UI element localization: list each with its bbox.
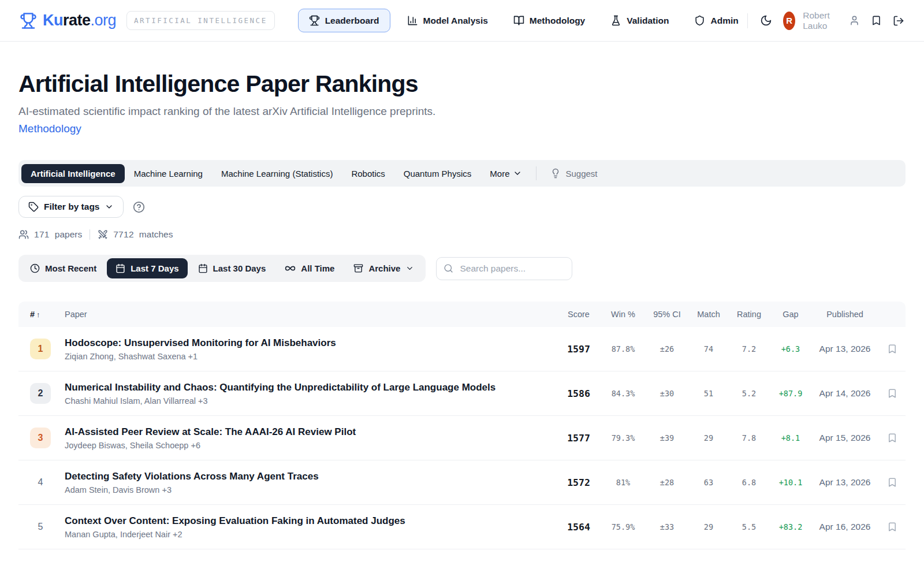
top-navigation-bar: Kurate.org ARTIFICIAL INTELLIGENCE Leade… — [0, 0, 924, 42]
methodology-link[interactable]: Methodology — [18, 122, 81, 135]
tab-robotics[interactable]: Robotics — [342, 164, 394, 183]
match-count-value: 63 — [690, 478, 728, 487]
all-time-label: All Time — [301, 263, 334, 273]
dark-mode-toggle[interactable] — [760, 14, 772, 27]
bookmark-icon — [887, 433, 897, 443]
rating-column-header: Rating — [728, 310, 770, 319]
filter-archive[interactable]: Archive — [345, 258, 423, 278]
nav-model-analysis[interactable]: Model Analysis — [398, 9, 497, 32]
published-date: Apr 13, 2026 — [811, 477, 879, 488]
nav-admin[interactable]: Admin — [685, 9, 747, 32]
bookmark-icon — [871, 15, 882, 26]
tab-machine-learning-statistics[interactable]: Machine Learning (Statistics) — [212, 164, 342, 183]
confidence-interval-value: ±28 — [644, 478, 690, 487]
paper-title[interactable]: AI-Assisted Peer Review at Scale: The AA… — [65, 426, 556, 438]
sort-by-rank-header[interactable]: # ↑ — [30, 310, 65, 319]
bookmarks-button[interactable] — [871, 15, 882, 26]
bookmark-paper-button[interactable] — [879, 344, 906, 354]
table-row[interactable]: 2 Numerical Instability and Chaos: Quant… — [18, 371, 906, 416]
help-button[interactable] — [133, 201, 145, 213]
table-row[interactable]: 3 AI-Assisted Peer Review at Scale: The … — [18, 416, 906, 460]
bookmark-icon — [887, 522, 897, 532]
win-column-header: Win % — [602, 310, 644, 319]
infinity-icon — [285, 263, 296, 274]
suggest-button[interactable]: Suggest — [545, 163, 603, 183]
table-row[interactable]: 1 Hodoscope: Unsupervised Monitoring for… — [18, 327, 906, 371]
time-filter-row: Most Recent Last 7 Days Last 30 Days All… — [18, 255, 906, 282]
paper-title[interactable]: Hodoscope: Unsupervised Monitoring for A… — [65, 337, 556, 350]
gap-value: +6.3 — [770, 344, 811, 354]
paper-authors: Ziqian Zhong, Shashwat Saxena +1 — [65, 352, 556, 361]
bookmark-icon — [887, 344, 897, 354]
filter-all-time[interactable]: All Time — [276, 258, 343, 279]
paper-title[interactable]: Detecting Safety Violations Across Many … — [65, 470, 556, 483]
filter-last-30-days[interactable]: Last 30 Days — [189, 258, 275, 278]
profile-button[interactable] — [849, 15, 860, 26]
page-title: Artificial Intelligence Paper Rankings — [18, 70, 906, 98]
match-count-value: 51 — [690, 389, 728, 398]
filter-most-recent[interactable]: Most Recent — [21, 258, 105, 278]
tab-quantum-physics[interactable]: Quantum Physics — [394, 164, 481, 183]
search-input[interactable] — [436, 257, 572, 280]
tabs-divider — [536, 166, 536, 180]
search-icon — [444, 263, 453, 273]
table-row[interactable]: 4 Detecting Safety Violations Across Man… — [18, 460, 906, 505]
confidence-interval-value: ±33 — [644, 522, 690, 531]
chevron-down-icon — [105, 202, 114, 211]
last-30-days-label: Last 30 Days — [213, 263, 266, 273]
chevron-down-icon — [405, 264, 414, 273]
win-percent-value: 81% — [602, 478, 644, 487]
match-count-value: 74 — [690, 344, 728, 354]
page-subtitle: AI-estimated scientific impact ranking o… — [18, 105, 906, 118]
nav-admin-label: Admin — [710, 16, 738, 26]
shield-icon — [694, 15, 705, 26]
bookmark-paper-button[interactable] — [879, 433, 906, 443]
paper-authors: Adam Stein, Davis Brown +3 — [65, 485, 556, 495]
nav-validation-label: Validation — [627, 16, 669, 26]
header-divider — [747, 13, 748, 28]
paper-title[interactable]: Numerical Instability and Chaos: Quantif… — [65, 381, 556, 394]
tab-machine-learning[interactable]: Machine Learning — [125, 164, 212, 183]
time-filter-group: Most Recent Last 7 Days Last 30 Days All… — [18, 255, 426, 282]
bookmark-paper-button[interactable] — [879, 522, 906, 532]
filter-last-7-days[interactable]: Last 7 Days — [107, 258, 187, 278]
help-circle-icon — [133, 201, 145, 213]
users-icon — [18, 229, 29, 240]
user-avatar[interactable]: R — [783, 12, 795, 30]
filter-by-tags-button[interactable]: Filter by tags — [18, 196, 124, 218]
brand-part-rate: rate — [63, 12, 91, 29]
papers-label: papers — [55, 229, 82, 240]
nav-methodology[interactable]: Methodology — [505, 9, 594, 32]
confidence-interval-value: ±30 — [644, 389, 690, 398]
bookmark-paper-button[interactable] — [879, 388, 906, 399]
paper-title[interactable]: Context Over Content: Exposing Evaluatio… — [65, 515, 556, 527]
brand-logo[interactable]: Kurate.org — [20, 12, 116, 29]
gap-value: +87.9 — [770, 389, 811, 398]
bookmark-paper-button[interactable] — [879, 477, 906, 488]
bar-chart-icon — [407, 15, 418, 26]
tag-filter-row: Filter by tags — [18, 196, 906, 218]
match-column-header: Match — [690, 310, 728, 319]
win-percent-value: 84.3% — [602, 389, 644, 398]
nav-leaderboard[interactable]: Leaderboard — [298, 9, 390, 32]
score-value: 1597 — [556, 344, 602, 355]
logout-button[interactable] — [893, 15, 904, 27]
gap-value: +83.2 — [770, 522, 811, 531]
gap-value: +10.1 — [770, 478, 811, 487]
tag-icon — [28, 202, 39, 212]
paper-authors: Chashi Mahiul Islam, Alan Villarreal +3 — [65, 396, 556, 406]
crossed-swords-icon — [98, 229, 108, 240]
suggest-label: Suggest — [565, 169, 597, 179]
rating-value: 7.2 — [728, 344, 770, 354]
score-value: 1564 — [556, 522, 602, 533]
paper-authors: Manan Gupta, Inderjeet Nair +2 — [65, 530, 556, 539]
moon-icon — [760, 14, 772, 27]
tab-artificial-intelligence[interactable]: Artificial Intelligence — [21, 164, 125, 183]
table-row[interactable]: 5 Context Over Content: Exposing Evaluat… — [18, 505, 906, 549]
tab-more[interactable]: More — [480, 164, 531, 183]
nav-validation[interactable]: Validation — [602, 9, 677, 32]
score-column-header: Score — [556, 310, 602, 319]
primary-nav: Leaderboard Model Analysis Methodology V… — [298, 9, 747, 32]
user-icon — [849, 15, 860, 26]
brand-name: Kurate.org — [43, 12, 116, 29]
